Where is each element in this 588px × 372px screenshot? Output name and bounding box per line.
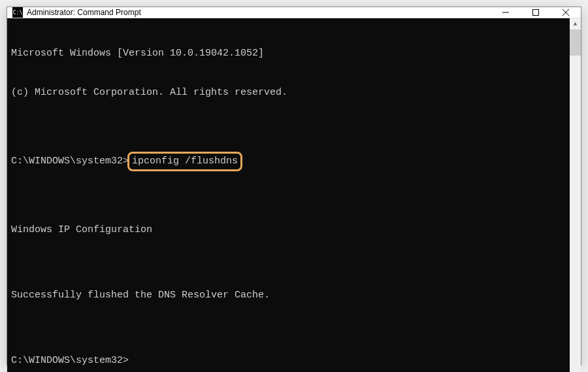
prompt-line: C:\WINDOWS\system32>: [11, 354, 566, 367]
titlebar[interactable]: C:\ Administrator: Command Prompt: [7, 7, 581, 18]
maximize-button[interactable]: [521, 7, 551, 18]
svg-rect-1: [533, 10, 539, 16]
output-line: Microsoft Windows [Version 10.0.19042.10…: [11, 47, 566, 60]
maximize-icon: [532, 9, 539, 16]
window-controls: [491, 7, 581, 18]
app-icon-label: C:\: [13, 10, 22, 16]
output-line: Successfully flushed the DNS Resolver Ca…: [11, 289, 566, 302]
command-text: ipconfig /flushdns: [132, 156, 238, 167]
terminal-output[interactable]: Microsoft Windows [Version 10.0.19042.10…: [7, 18, 570, 372]
scroll-up-arrow-icon[interactable]: ▲: [570, 18, 581, 29]
minimize-icon: [502, 9, 509, 16]
command-prompt-window: C:\ Administrator: Command Prompt Micros…: [7, 7, 581, 365]
vertical-scrollbar[interactable]: ▲ ▼: [570, 18, 581, 372]
highlighted-command: ipconfig /flushdns: [127, 152, 242, 171]
output-line: Windows IP Configuration: [11, 224, 566, 237]
close-icon: [563, 9, 569, 16]
command-line: C:\WINDOWS\system32>ipconfig /flushdns: [11, 152, 566, 171]
terminal-area: Microsoft Windows [Version 10.0.19042.10…: [7, 18, 581, 372]
minimize-button[interactable]: [491, 7, 521, 18]
window-title: Administrator: Command Prompt: [27, 8, 491, 17]
close-button[interactable]: [551, 7, 581, 18]
scroll-thumb[interactable]: [570, 29, 581, 56]
output-line: (c) Microsoft Corporation. All rights re…: [11, 86, 566, 99]
app-icon: C:\: [12, 7, 23, 18]
prompt-prefix: C:\WINDOWS\system32>: [11, 155, 129, 168]
